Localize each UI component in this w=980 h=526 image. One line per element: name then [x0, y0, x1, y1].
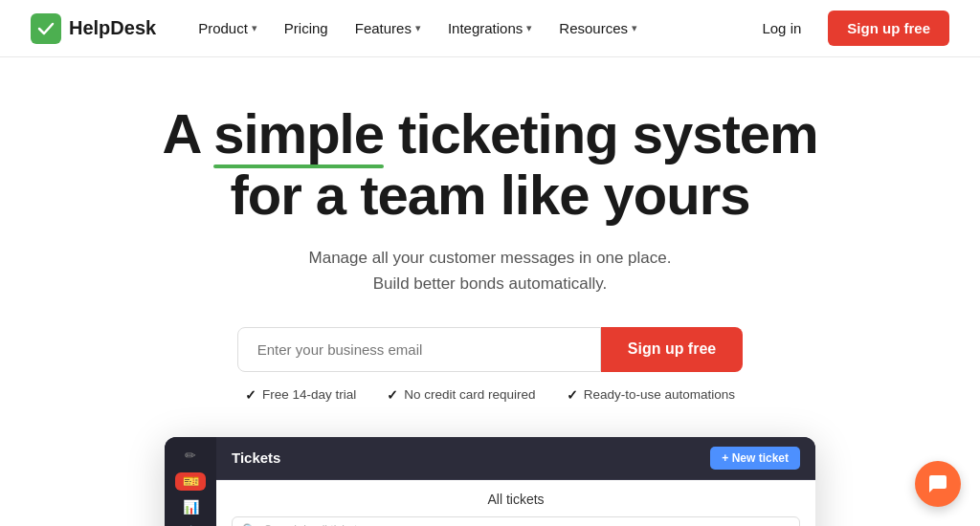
- hero-section: A simple ticketing system for a team lik…: [0, 57, 980, 526]
- signup-nav-button[interactable]: Sign up free: [828, 11, 949, 46]
- new-ticket-button[interactable]: + New ticket: [710, 447, 800, 470]
- chevron-down-icon: ▾: [252, 22, 257, 34]
- app-top-bar: Tickets + New ticket: [216, 437, 815, 480]
- nav-pricing[interactable]: Pricing: [273, 12, 340, 44]
- sidebar-icon-compose: ✏: [175, 447, 206, 465]
- logo-text: HelpDesk: [69, 17, 156, 39]
- sidebar-icon-tickets: 🎫: [175, 472, 206, 491]
- nav-links: Product ▾ Pricing Features ▾ Integration…: [187, 12, 746, 44]
- email-form: Sign up free: [31, 327, 949, 372]
- app-content: All tickets 🔍 Search in all tickets... A…: [216, 480, 815, 526]
- app-sidebar: ✏ 🎫 📊 📋: [165, 437, 216, 526]
- sidebar-icon-analytics: 📊: [175, 498, 206, 516]
- nav-actions: Log in Sign up free: [746, 11, 949, 46]
- chevron-down-icon: ▾: [632, 22, 637, 34]
- app-window: ✏ 🎫 📊 📋 Tickets + New ticket All tickets…: [165, 437, 815, 526]
- hero-title: A simple ticketing system for a team lik…: [31, 103, 949, 226]
- login-button[interactable]: Log in: [746, 12, 816, 44]
- chat-bubble[interactable]: [915, 461, 961, 507]
- logo-icon: [31, 13, 61, 44]
- all-tickets-label: All tickets: [232, 492, 800, 507]
- chevron-down-icon: ▾: [526, 22, 532, 34]
- benefit-trial: ✓ Free 14-day trial: [245, 387, 356, 403]
- hero-underline-word: simple: [213, 103, 384, 164]
- signup-hero-button[interactable]: Sign up free: [601, 327, 743, 372]
- nav-product[interactable]: Product ▾: [187, 12, 269, 44]
- nav-integrations[interactable]: Integrations ▾: [436, 12, 544, 44]
- hero-subtitle: Manage all your customer messages in one…: [31, 245, 949, 296]
- benefit-automations: ✓ Ready-to-use automations: [567, 387, 735, 403]
- search-bar: 🔍 Search in all tickets...: [232, 516, 800, 526]
- email-input[interactable]: [237, 327, 601, 372]
- benefits-row: ✓ Free 14-day trial ✓ No credit card req…: [31, 387, 949, 403]
- nav-resources[interactable]: Resources ▾: [547, 12, 649, 44]
- app-main-area: Tickets + New ticket All tickets 🔍 Searc…: [216, 437, 815, 526]
- navbar: HelpDesk Product ▾ Pricing Features ▾ In…: [0, 0, 980, 57]
- logo-link[interactable]: HelpDesk: [31, 13, 156, 44]
- app-preview: ✏ 🎫 📊 📋 Tickets + New ticket All tickets…: [31, 437, 949, 526]
- nav-features[interactable]: Features ▾: [344, 12, 433, 44]
- benefit-no-cc: ✓ No credit card required: [387, 387, 535, 403]
- chevron-down-icon: ▾: [415, 22, 421, 34]
- tickets-title: Tickets: [232, 449, 280, 466]
